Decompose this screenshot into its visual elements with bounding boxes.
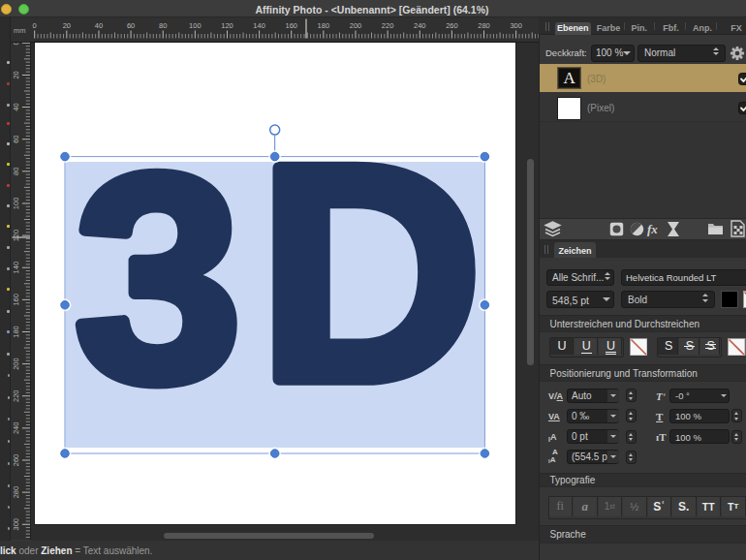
svg-text:300: 300 <box>510 21 522 30</box>
svg-text:220: 220 <box>12 389 20 402</box>
svg-text:40: 40 <box>95 21 103 30</box>
svg-text:200: 200 <box>350 21 362 30</box>
svg-text:300: 300 <box>12 518 20 531</box>
svg-text:160: 160 <box>285 21 297 30</box>
svg-text:0: 0 <box>33 21 37 30</box>
svg-text:100: 100 <box>12 198 20 210</box>
svg-text:240: 240 <box>414 21 426 30</box>
svg-text:D: D <box>259 102 482 444</box>
svg-text:280: 280 <box>478 21 490 30</box>
svg-text:60: 60 <box>127 21 135 30</box>
svg-text:120: 120 <box>221 21 233 30</box>
svg-text:80: 80 <box>159 21 167 30</box>
svg-text:120: 120 <box>12 230 20 242</box>
svg-text:140: 140 <box>253 21 265 30</box>
svg-text:160: 160 <box>12 294 20 306</box>
svg-text:240: 240 <box>12 422 20 435</box>
svg-text:280: 280 <box>12 486 20 499</box>
svg-text:3: 3 <box>75 113 242 442</box>
svg-text:20: 20 <box>63 21 71 30</box>
svg-text:260: 260 <box>12 454 20 467</box>
svg-text:220: 220 <box>382 21 394 30</box>
svg-text:200: 200 <box>12 358 20 370</box>
svg-text:140: 140 <box>12 262 20 274</box>
svg-text:40: 40 <box>12 103 20 110</box>
svg-text:100: 100 <box>189 21 202 30</box>
svg-text:80: 80 <box>12 168 20 175</box>
svg-text:260: 260 <box>446 21 458 30</box>
svg-text:180: 180 <box>318 21 330 30</box>
svg-text:60: 60 <box>12 136 20 143</box>
svg-text:20: 20 <box>12 71 20 78</box>
svg-text:0: 0 <box>12 43 20 45</box>
svg-text:180: 180 <box>12 326 20 338</box>
